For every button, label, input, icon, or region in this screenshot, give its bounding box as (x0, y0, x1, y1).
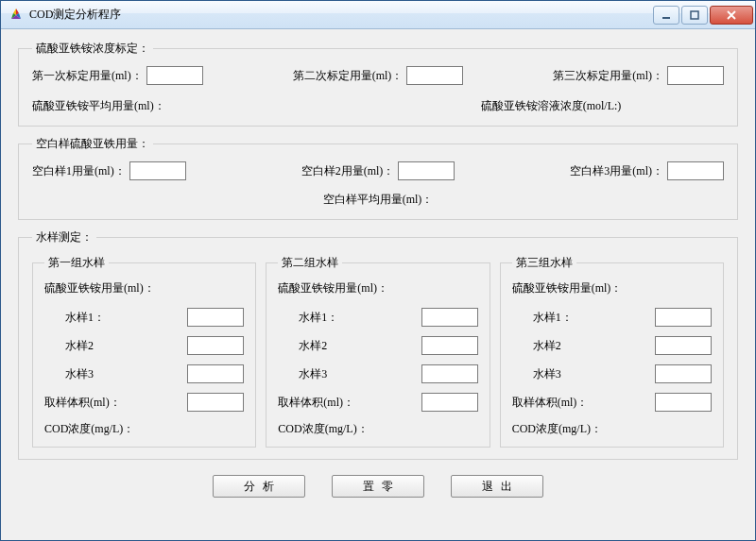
calib1-input[interactable] (146, 66, 203, 85)
sg3-head: 硫酸亚铁铵用量(ml)： (512, 281, 623, 295)
blank-avg-label: 空白样平均用量(ml)： (323, 193, 434, 206)
calib-avg-label: 硫酸亚铁铵平均用量(ml)： (32, 99, 165, 112)
blank-group: 空白样硫酸亚铁用量： 空白样1用量(ml)： 空白样2用量(ml)： 空白样3用… (18, 136, 738, 220)
sg1-s2-label: 水样2 (44, 338, 181, 354)
blank2-input[interactable] (398, 161, 455, 180)
sg3-s2-label: 水样2 (512, 338, 649, 354)
sg1-s2-input[interactable] (187, 336, 244, 355)
close-button[interactable] (710, 6, 753, 25)
svg-rect-0 (662, 17, 670, 19)
sg2-s2-label: 水样2 (278, 338, 415, 354)
app-window: COD测定分析程序 硫酸亚铁铵浓度标定： 第一次标定用量(ml)： (0, 0, 756, 541)
sg3-s1-label: 水样1： (512, 310, 649, 326)
titlebar: COD测定分析程序 (1, 1, 755, 29)
samples-group: 水样测定： 第一组水样 硫酸亚铁铵用量(ml)： 水样1： 水样2 水样3 取样… (18, 229, 738, 460)
maximize-button[interactable] (681, 6, 708, 25)
sg3-vol-input[interactable] (655, 393, 712, 412)
sg1-vol-label: 取样体积(ml)： (44, 395, 181, 411)
calib3-label: 第三次标定用量(ml)： (553, 68, 663, 84)
sg3-s3-label: 水样3 (512, 366, 649, 382)
sg3-vol-label: 取样体积(ml)： (512, 395, 649, 411)
sg2-s2-input[interactable] (421, 336, 478, 355)
sg1-s3-input[interactable] (187, 364, 244, 383)
client-area: 硫酸亚铁铵浓度标定： 第一次标定用量(ml)： 第二次标定用量(ml)： 第三次… (1, 29, 755, 540)
sg1-s3-label: 水样3 (44, 366, 181, 382)
calib2-input[interactable] (406, 66, 463, 85)
blank2-label: 空白样2用量(ml)： (301, 163, 395, 179)
sg1-head: 硫酸亚铁铵用量(ml)： (44, 281, 155, 295)
sg2-cod-label: COD浓度(mg/L)： (278, 421, 477, 437)
sample-group-3: 第三组水样 硫酸亚铁铵用量(ml)： 水样1： 水样2 水样3 取样体积(ml)… (500, 255, 724, 448)
sg2-head: 硫酸亚铁铵用量(ml)： (278, 281, 388, 295)
sg2-vol-input[interactable] (421, 393, 478, 412)
sg1-s1-label: 水样1： (44, 310, 181, 326)
calibration-group: 硫酸亚铁铵浓度标定： 第一次标定用量(ml)： 第二次标定用量(ml)： 第三次… (18, 41, 738, 127)
sample-group-1: 第一组水样 硫酸亚铁铵用量(ml)： 水样1： 水样2 水样3 取样体积(ml)… (32, 255, 256, 448)
sg3-cod-label: COD浓度(mg/L)： (512, 421, 712, 437)
calibration-legend: 硫酸亚铁铵浓度标定： (32, 41, 153, 57)
sg2-s1-label: 水样1： (278, 310, 415, 326)
calib2-label: 第二次标定用量(ml)： (293, 68, 404, 84)
sample-group-3-legend: 第三组水样 (512, 255, 576, 271)
sg2-s3-input[interactable] (421, 364, 478, 383)
samples-legend: 水样测定： (32, 229, 96, 245)
analyze-button[interactable]: 分析 (213, 475, 305, 498)
blank3-input[interactable] (667, 161, 724, 180)
blank1-input[interactable] (129, 161, 186, 180)
calib-conc-label: 硫酸亚铁铵溶液浓度(mol/L:) (481, 99, 622, 112)
sample-group-2: 第二组水样 硫酸亚铁铵用量(ml)： 水样1： 水样2 水样3 取样体积(ml)… (266, 255, 490, 448)
blank1-label: 空白样1用量(ml)： (32, 163, 126, 179)
sg1-s1-input[interactable] (187, 308, 244, 327)
app-icon (9, 8, 24, 23)
calib3-input[interactable] (667, 66, 724, 85)
sg1-cod-label: COD浓度(mg/L)： (44, 421, 244, 437)
sg2-s3-label: 水样3 (278, 366, 415, 382)
sg3-s1-input[interactable] (655, 308, 712, 327)
sg2-vol-label: 取样体积(ml)： (278, 395, 415, 411)
sg3-s3-input[interactable] (655, 364, 712, 383)
sample-group-1-legend: 第一组水样 (44, 255, 109, 271)
blank-legend: 空白样硫酸亚铁用量： (32, 136, 153, 152)
calib1-label: 第一次标定用量(ml)： (32, 68, 143, 84)
exit-button[interactable]: 退出 (451, 475, 543, 498)
sg2-s1-input[interactable] (421, 308, 478, 327)
sg1-vol-input[interactable] (187, 393, 244, 412)
blank3-label: 空白样3用量(ml)： (570, 163, 663, 179)
minimize-button[interactable] (653, 6, 679, 25)
window-buttons (653, 6, 753, 25)
sg3-s2-input[interactable] (655, 336, 712, 355)
window-title: COD测定分析程序 (29, 7, 653, 23)
reset-button[interactable]: 置零 (332, 475, 424, 498)
sample-group-2-legend: 第二组水样 (278, 255, 342, 271)
button-row: 分析 置零 退出 (18, 469, 738, 498)
svg-rect-1 (691, 11, 698, 19)
